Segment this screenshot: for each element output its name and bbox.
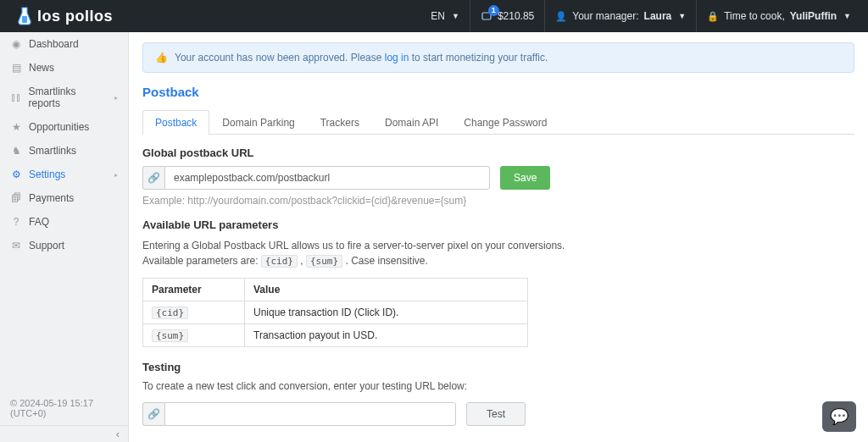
alert-login-link[interactable]: log in xyxy=(385,52,409,64)
star-icon: ★ xyxy=(10,121,22,133)
brand-logo[interactable]: los pollos xyxy=(17,6,113,26)
person-icon: 👤 xyxy=(555,11,567,22)
testing-description: To create a new test click and conversio… xyxy=(142,378,854,394)
sidebar-item-opportunities[interactable]: ★ Opportunities xyxy=(0,115,128,139)
param-code-cid: {cid} xyxy=(261,255,298,268)
news-icon: ▤ xyxy=(10,62,22,74)
params-description: Entering a Global Postback URL allows us… xyxy=(142,238,854,269)
postback-example-text: Example: http://yourdomain.com/postback?… xyxy=(142,195,854,207)
gear-icon: ⚙ xyxy=(10,169,22,180)
envelope-icon: ✉ xyxy=(10,240,22,251)
global-postback-heading: Global postback URL xyxy=(142,146,854,159)
chevron-right-icon: ▸ xyxy=(114,94,118,102)
svg-rect-0 xyxy=(22,16,27,23)
sidebar-item-dashboard[interactable]: ◉ Dashboard xyxy=(0,32,128,56)
question-icon: ? xyxy=(10,216,22,228)
page-title: Postback xyxy=(142,85,854,99)
sidebar-item-label: FAQ xyxy=(29,216,49,228)
sidebar-item-news[interactable]: ▤ News xyxy=(0,56,128,80)
alert-prefix: Your account has now been approved. Plea… xyxy=(175,52,385,64)
chart-icon: ⫿⫿ xyxy=(10,91,22,103)
payments-icon: 🗐 xyxy=(10,192,22,204)
sidebar: ◉ Dashboard ▤ News ⫿⫿ Smartlinks reports… xyxy=(0,32,129,442)
sidebar-item-smartlinks[interactable]: ♞ Smartlinks xyxy=(0,139,128,163)
sidebar-item-support[interactable]: ✉ Support xyxy=(0,234,128,257)
table-header-parameter: Parameter xyxy=(143,278,245,301)
alert-text: Your account has now been approved. Plea… xyxy=(175,52,548,64)
chevron-down-icon: ▼ xyxy=(678,12,686,20)
chat-icon: 💬 xyxy=(830,407,849,426)
main-content: 👍 Your account has now been approved. Pl… xyxy=(129,32,868,442)
user-dropdown[interactable]: 🔒 Time to cook, YuliPuffin ▼ xyxy=(696,0,861,32)
params-desc-line2b: . Case insensitive. xyxy=(345,255,427,267)
param-code: {cid} xyxy=(152,307,188,319)
tab-change-password[interactable]: Change Password xyxy=(451,110,559,135)
param-code-sum: {sum} xyxy=(306,255,342,268)
save-button[interactable]: Save xyxy=(500,166,550,190)
link-icon: ♞ xyxy=(10,145,22,157)
settings-tabs: Postback Domain Parking Trackers Domain … xyxy=(142,109,854,135)
sidebar-item-label: Payments xyxy=(29,192,74,204)
sidebar-item-label: Support xyxy=(29,240,64,251)
alert-suffix: to start monetizing your traffic. xyxy=(409,52,548,64)
params-desc-line1: Entering a Global Postback URL allows us… xyxy=(142,240,565,251)
chevron-left-icon: ‹ xyxy=(116,428,120,440)
cook-label: Time to cook, xyxy=(724,10,785,22)
sidebar-item-smartlinks-reports[interactable]: ⫿⫿ Smartlinks reports ▸ xyxy=(0,80,128,115)
brand-text: los pollos xyxy=(37,8,113,25)
link-icon: 🔗 xyxy=(142,166,164,190)
sidebar-item-label: News xyxy=(29,62,54,74)
testing-url-input[interactable] xyxy=(164,402,456,426)
tab-domain-parking[interactable]: Domain Parking xyxy=(209,110,307,135)
table-row: {cid} Unique transaction ID (Click ID). xyxy=(143,301,528,323)
available-params-heading: Available URL parameters xyxy=(142,218,854,231)
testing-heading: Testing xyxy=(142,361,854,373)
postback-url-input[interactable] xyxy=(164,166,490,190)
sidebar-item-label: Settings xyxy=(29,169,65,180)
sidebar-item-label: Smartlinks xyxy=(29,145,76,157)
dashboard-icon: ◉ xyxy=(10,38,22,50)
sidebar-item-label: Smartlinks reports xyxy=(29,86,108,109)
notification-badge: 1 xyxy=(488,5,499,16)
test-button[interactable]: Test xyxy=(466,402,526,426)
chevron-right-icon: ▸ xyxy=(114,171,118,179)
sidebar-item-label: Opportunities xyxy=(29,121,89,133)
language-label: EN xyxy=(431,10,445,22)
balance-amount: $210.85 xyxy=(498,10,534,22)
lock-icon: 🔒 xyxy=(707,11,719,22)
username: YuliPuffin xyxy=(790,10,837,22)
sidebar-item-settings[interactable]: ⚙ Settings ▸ xyxy=(0,163,128,186)
top-navbar: los pollos EN ▼ 1 $210.85 👤 Your manager… xyxy=(0,0,868,32)
manager-dropdown[interactable]: 👤 Your manager: Laura ▼ xyxy=(544,0,696,32)
sidebar-item-label: Dashboard xyxy=(29,38,79,50)
tab-postback[interactable]: Postback xyxy=(142,110,209,135)
link-icon: 🔗 xyxy=(142,402,164,426)
sidebar-item-faq[interactable]: ? FAQ xyxy=(0,210,128,234)
language-selector[interactable]: EN ▼ xyxy=(420,0,470,32)
table-header-value: Value xyxy=(245,278,528,301)
balance-display[interactable]: 1 $210.85 xyxy=(470,0,544,32)
sidebar-collapse-button[interactable]: ‹ xyxy=(0,425,128,442)
thumbs-up-icon: 👍 xyxy=(155,52,168,64)
tab-domain-api[interactable]: Domain API xyxy=(372,110,451,135)
table-row: {sum} Transaction payout in USD. xyxy=(143,323,528,346)
footer-timestamp: © 2024-05-19 15:17 (UTC+0) xyxy=(0,391,128,425)
manager-name: Laura xyxy=(644,10,672,22)
param-value: Transaction payout in USD. xyxy=(245,323,528,346)
params-table: Parameter Value {cid} Unique transaction… xyxy=(142,278,528,347)
tab-trackers[interactable]: Trackers xyxy=(308,110,372,135)
chevron-down-icon: ▼ xyxy=(843,12,851,20)
chat-widget-button[interactable]: 💬 xyxy=(822,401,856,432)
manager-label: Your manager: xyxy=(572,10,638,22)
param-code: {sum} xyxy=(152,329,188,342)
params-desc-line2a: Available parameters are: xyxy=(142,255,261,267)
chevron-down-icon: ▼ xyxy=(452,12,459,20)
flask-icon xyxy=(17,6,32,26)
approval-alert: 👍 Your account has now been approved. Pl… xyxy=(142,42,854,73)
param-value: Unique transaction ID (Click ID). xyxy=(245,301,528,323)
sidebar-item-payments[interactable]: 🗐 Payments xyxy=(0,186,128,210)
